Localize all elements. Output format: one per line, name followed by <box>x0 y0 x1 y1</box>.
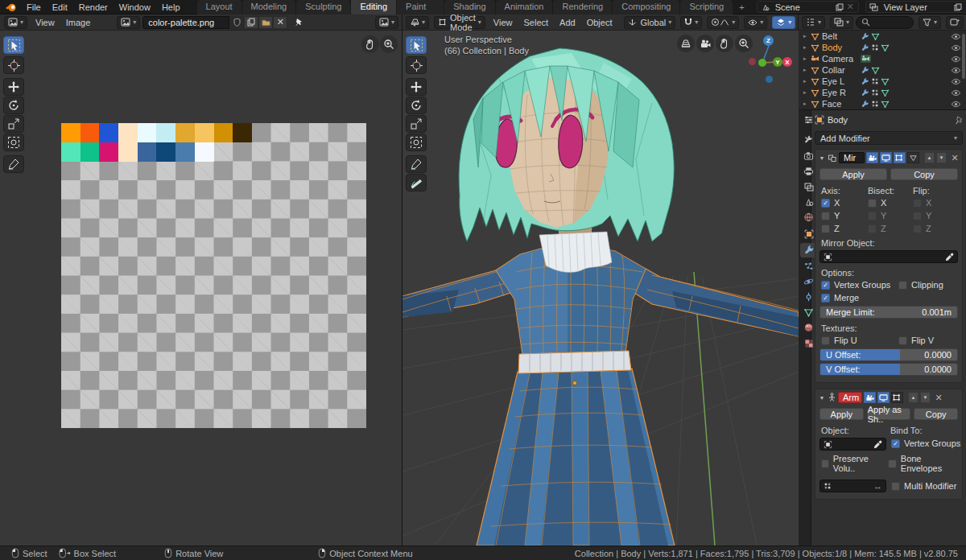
new-collection-button[interactable] <box>946 16 964 29</box>
menu-file[interactable]: File <box>21 0 47 14</box>
expand-icon[interactable]: ▼ <box>818 155 826 161</box>
multi-modifier-checkbox[interactable] <box>891 482 900 491</box>
editmode-visibility-toggle[interactable] <box>894 152 906 163</box>
realtime-visibility-toggle[interactable] <box>877 392 890 403</box>
vp-tool-cursor[interactable] <box>406 56 427 74</box>
menu-render[interactable]: Render <box>73 0 114 14</box>
visibility-eye-icon[interactable] <box>951 67 961 74</box>
overlays-toggle[interactable]: ▾ <box>772 16 795 29</box>
remove-view-layer-icon[interactable]: ✕ <box>964 2 966 11</box>
bisect-z-checkbox[interactable] <box>868 224 877 233</box>
move-up-button[interactable]: ▲ <box>924 152 935 163</box>
eyedropper-icon[interactable] <box>873 440 882 449</box>
fake-user-shield-icon[interactable] <box>229 16 244 29</box>
bone-envelopes-checkbox[interactable] <box>888 459 897 468</box>
visibility-eye-icon[interactable] <box>951 33 961 40</box>
mode-dropdown[interactable]: Object Mode ▾ <box>434 16 485 29</box>
scene-selector[interactable]: Scene ✕ <box>757 1 859 13</box>
proportional-editing-button[interactable]: ▾ <box>707 16 739 29</box>
axis-z-checkbox[interactable] <box>821 224 830 233</box>
uv-tool-transform[interactable] <box>3 134 24 151</box>
mirror-object-field[interactable] <box>819 250 958 263</box>
menu-help[interactable]: Help <box>156 0 186 14</box>
visibility-eye-icon[interactable] <box>951 78 961 85</box>
move-down-button[interactable]: ▼ <box>936 152 947 163</box>
pin-image-icon[interactable] <box>294 18 303 27</box>
bisect-x-checkbox[interactable] <box>868 199 877 208</box>
vertex-group-field[interactable]: ↔ <box>819 480 886 492</box>
outliner-row-body[interactable]: ▸ Body <box>799 42 966 53</box>
outliner-display-mode-button[interactable]: ▾ <box>830 16 853 29</box>
editor-type-button[interactable]: ▾ <box>4 16 27 29</box>
armature-object-field[interactable] <box>819 438 886 451</box>
copy-button[interactable]: Copy <box>914 408 958 420</box>
armature-modifier-header[interactable]: ▼ Arm ▲ ▼ ✕ <box>815 389 962 406</box>
tab-layout[interactable]: Layout <box>197 0 242 14</box>
navigation-gizmo[interactable]: Z Y X <box>747 34 795 84</box>
apply-button[interactable]: Apply <box>819 168 887 180</box>
vp-tool-select[interactable] <box>406 36 427 54</box>
uv-tool-rotate[interactable] <box>3 97 24 114</box>
visibility-eye-icon[interactable] <box>951 89 961 97</box>
outliner-row-camera[interactable]: ▸ Camera <box>799 53 966 64</box>
uv-pan-button[interactable] <box>361 35 379 53</box>
gizmo-y-axis[interactable]: Y <box>773 57 782 67</box>
gizmo-x-neg-axis[interactable] <box>749 58 756 65</box>
merge-checkbox[interactable]: ✓ <box>821 294 830 303</box>
flip-y-checkbox[interactable] <box>913 212 922 220</box>
gizmo-z-neg-axis[interactable] <box>766 76 773 83</box>
uv-image-canvas[interactable] <box>61 123 366 428</box>
menu-window[interactable]: Window <box>114 0 156 14</box>
add-workspace-button[interactable]: + <box>733 1 749 14</box>
gizmo-x-axis[interactable]: X <box>782 57 792 67</box>
u-offset-slider[interactable]: U Offset: 0.0000 <box>819 348 958 361</box>
delete-modifier-button[interactable]: ✕ <box>934 393 943 403</box>
modifier-name-field[interactable]: Mir <box>839 152 865 163</box>
render-visibility-toggle[interactable] <box>864 392 876 403</box>
outliner-search-input[interactable] <box>856 16 914 29</box>
vp-menu-select[interactable]: Select <box>518 14 554 31</box>
outliner-editor-type-button[interactable]: ▾ <box>802 16 825 29</box>
bind-vertex-groups-checkbox[interactable]: ✓ <box>891 439 900 448</box>
breadcrumb-object-name[interactable]: Body <box>828 115 848 125</box>
vp-tool-scale[interactable] <box>406 115 427 133</box>
transform-orientation-dropdown[interactable]: Global ▾ <box>624 16 675 29</box>
vertex-groups-checkbox[interactable]: ✓ <box>821 281 830 290</box>
clipping-checkbox[interactable] <box>898 281 907 290</box>
vp-menu-object[interactable]: Object <box>581 14 618 31</box>
viewport-area[interactable]: User Perspective (66) Collection | Body … <box>402 31 799 546</box>
uv-tool-move[interactable] <box>3 78 24 96</box>
copy-button[interactable]: Copy <box>890 168 958 180</box>
tab-rendering[interactable]: Rendering <box>553 0 613 14</box>
tab-sculpting[interactable]: Sculpting <box>296 0 351 14</box>
open-image-button[interactable] <box>258 16 273 29</box>
vp-tool-annotate[interactable] <box>406 155 427 173</box>
uv-editor-area[interactable] <box>0 31 402 546</box>
outliner-area[interactable]: ▸ Belt ▸ Body ▸ Camera ▸ Collar <box>799 31 966 110</box>
new-image-button[interactable] <box>244 16 258 29</box>
bisect-y-checkbox[interactable] <box>868 212 877 220</box>
tab-uv-editing[interactable]: UV Editing <box>351 0 397 14</box>
realtime-visibility-toggle[interactable] <box>880 152 892 163</box>
tab-texture-paint[interactable]: Texture Paint <box>397 0 444 14</box>
move-up-button[interactable]: ▲ <box>908 392 919 403</box>
new-view-layer-icon[interactable] <box>953 2 964 11</box>
armature-name-field[interactable]: Arm <box>838 392 862 403</box>
outliner-row-collar[interactable]: ▸ Collar <box>799 64 966 76</box>
tab-modeling[interactable]: Modeling <box>242 0 297 14</box>
tab-animation[interactable]: Animation <box>496 0 554 14</box>
vp-menu-view[interactable]: View <box>488 14 518 31</box>
outliner-row-face[interactable]: ▸ Face <box>799 98 966 109</box>
tab-scripting[interactable]: Scripting <box>680 0 733 14</box>
editmode-visibility-toggle[interactable] <box>891 392 903 403</box>
preserve-volume-checkbox[interactable] <box>821 459 829 468</box>
menu-edit[interactable]: Edit <box>47 0 73 14</box>
add-modifier-dropdown[interactable]: Add Modifier▾ <box>815 131 963 145</box>
outliner-row-eye-r[interactable]: ▸ Eye R <box>799 87 966 98</box>
view-layer-selector[interactable]: View Layer ✕ <box>865 1 966 13</box>
vp-tool-move[interactable] <box>406 78 427 96</box>
pin-id-icon[interactable] <box>955 116 963 125</box>
visibility-eye-icon[interactable] <box>951 56 961 63</box>
outliner-row-belt[interactable]: ▸ Belt <box>799 31 966 42</box>
viewport-editor-type-button[interactable]: ▾ <box>406 16 429 29</box>
